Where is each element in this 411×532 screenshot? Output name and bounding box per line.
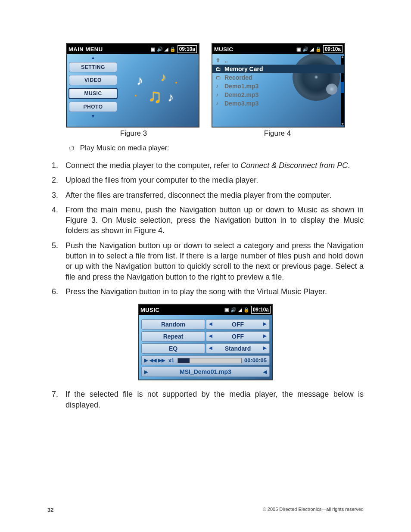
sub-bullet: ❍ Play Music on media player:	[69, 144, 364, 152]
list-item-recorded[interactable]: 🗀 Recorded	[212, 73, 344, 82]
arrow-left-icon: ◀	[209, 333, 212, 338]
list-label: Demo1.mp3	[224, 83, 258, 90]
rewind-icon: ◀◀	[149, 358, 156, 363]
arrow-left-icon: ◀	[209, 345, 212, 350]
arrow-left-icon: ◀	[209, 321, 212, 326]
file-list: ⇧ .. 🗀 Memory Card 🗀 Recorded ♪ Demo1.mp…	[212, 54, 344, 109]
progress-bar[interactable]	[177, 358, 242, 363]
lock-icon: 🔒	[170, 47, 176, 52]
step-2: Upload the files from your computer to t…	[60, 175, 364, 185]
speed-label: x1	[168, 358, 174, 364]
card-icon: ▣	[296, 47, 301, 52]
list-item-file[interactable]: ♪ Demo3.mp3	[212, 99, 344, 108]
card-icon: ▣	[151, 47, 155, 52]
arrow-right-icon: ▶	[263, 321, 267, 326]
list-label: Demo2.mp3	[224, 91, 258, 98]
lock-icon: 🔒	[243, 308, 249, 312]
music-file-icon: ♪	[216, 83, 222, 89]
opt-repeat-value[interactable]: ◀ OFF ▶	[206, 331, 270, 342]
menu-music[interactable]: MUSIC	[68, 88, 118, 99]
clock: 09:10a	[323, 45, 342, 53]
steps-list-continued: If the selected file is not supported by…	[47, 389, 364, 410]
music-file-icon: ♪	[216, 100, 222, 106]
list-item-file[interactable]: ♪ Demo1.mp3	[212, 82, 344, 90]
page-number: 32	[47, 507, 53, 513]
step-1: Connect the media player to the computer…	[60, 160, 364, 171]
play-icon: ▶	[144, 358, 148, 363]
opt-repeat-label: Repeat	[141, 331, 205, 342]
opt-eq-value[interactable]: ◀ Standard ▶	[206, 343, 270, 354]
step-4: From the main menu, push the Navigation …	[60, 205, 364, 236]
screen-header: MUSIC ▣ 🔊 ◢ 🔒 09:10a	[139, 305, 272, 315]
header-status-icons: ▣ 🔊 ◢ 🔒	[224, 308, 249, 312]
list-label: ..	[224, 57, 228, 64]
header-status-icons: ▣ 🔊 ◢ 🔒	[296, 47, 321, 52]
steps-list: Connect the media player to the computer…	[47, 160, 364, 297]
menu-setting[interactable]: SETTING	[69, 62, 117, 72]
signal-icon: ◢	[165, 47, 168, 52]
up-folder-icon: ⇧	[216, 57, 222, 63]
forward-icon: ▶▶	[158, 358, 165, 363]
figure-4-caption: Figure 4	[212, 129, 343, 138]
scroll-down-icon: ▼	[91, 115, 95, 118]
list-item-file[interactable]: ♪ Demo2.mp3	[212, 90, 344, 99]
list-label: Recorded	[224, 74, 252, 81]
arrow-left-icon: ◀	[263, 369, 267, 375]
menu-video[interactable]: VIDEO	[69, 75, 117, 85]
figure-3-screen: MAIN MENU ▣ 🔊 ◢ 🔒 09:10a ▲ SETTING VIDEO…	[66, 43, 199, 128]
opt-random-value[interactable]: ◀ OFF ▶	[206, 319, 270, 330]
figure-3-caption: Figure 3	[68, 129, 199, 138]
scroll-up-icon: ▲	[91, 56, 95, 59]
arrow-right-icon: ▶	[263, 345, 267, 350]
header-status-icons: ▣ 🔊 ◢ 🔒	[151, 47, 176, 52]
signal-icon: ◢	[310, 47, 314, 52]
main-menu-sidebar: ▲ SETTING VIDEO MUSIC PHOTO ▼	[67, 54, 119, 127]
music-notes-icon: ♪♫♪♪	[133, 69, 185, 112]
screen-title: MAIN MENU	[68, 46, 151, 53]
bullet-icon: ❍	[69, 145, 75, 152]
card-icon: ▣	[224, 308, 229, 312]
list-item-up[interactable]: ⇧ ..	[212, 56, 344, 65]
sound-icon: 🔊	[157, 47, 163, 52]
playback-bar[interactable]: ▶ ◀◀ ▶▶ x1 00:00:05	[141, 355, 270, 365]
list-item-memory-card[interactable]: 🗀 Memory Card	[212, 65, 344, 73]
now-playing-title: MSI_Demo01.mp3	[180, 368, 231, 375]
now-playing-bar: ▶ MSI_Demo01.mp3 ◀	[141, 367, 270, 377]
arrow-right-icon: ▶	[263, 333, 267, 338]
signal-icon: ◢	[238, 308, 242, 312]
screen-title: MUSIC	[140, 307, 224, 313]
menu-photo[interactable]: PHOTO	[69, 102, 117, 112]
screen-header: MAIN MENU ▣ 🔊 ◢ 🔒 09:10a	[67, 44, 199, 54]
step-5: Push the Navigation button up or down to…	[60, 240, 364, 282]
opt-random-label: Random	[141, 319, 205, 330]
folder-icon: 🗀	[216, 66, 222, 72]
sound-icon: 🔊	[230, 308, 237, 312]
music-file-icon: ♪	[216, 92, 222, 98]
list-label: Memory Card	[224, 65, 263, 72]
screen-header: MUSIC ▣ 🔊 ◢ 🔒 09:10a	[212, 44, 344, 54]
list-label: Demo3.mp3	[224, 100, 258, 107]
screen-title: MUSIC	[214, 46, 296, 53]
time-counter: 00:00:05	[244, 357, 267, 364]
clock: 09:10a	[251, 306, 271, 314]
step-3: After the files are transferred, disconn…	[60, 190, 364, 200]
music-player-screen: MUSIC ▣ 🔊 ◢ 🔒 09:10a Random ◀ OFF ▶	[138, 304, 273, 380]
step-7: If the selected file is not supported by…	[60, 389, 364, 410]
bullet-text-trail: media player:	[128, 144, 169, 152]
opt-eq-label: EQ	[141, 343, 205, 354]
clock: 09:10a	[177, 45, 197, 53]
copyright: © 2005 Directed Electronics—all rights r…	[263, 507, 364, 513]
page-footer: 32 © 2005 Directed Electronics—all right…	[47, 507, 364, 513]
figure-4-screen: MUSIC ▣ 🔊 ◢ 🔒 09:10a ⇧ .. 🗀	[212, 43, 345, 128]
lock-icon: 🔒	[315, 47, 321, 52]
bullet-text-lead: Play Music on	[80, 144, 128, 152]
menu-preview: ♪♫♪♪	[119, 54, 199, 127]
sound-icon: 🔊	[302, 47, 308, 52]
folder-icon: 🗀	[216, 75, 222, 81]
play-icon: ▶	[144, 369, 148, 375]
step-6: Press the Navigation button in to play t…	[60, 286, 364, 297]
